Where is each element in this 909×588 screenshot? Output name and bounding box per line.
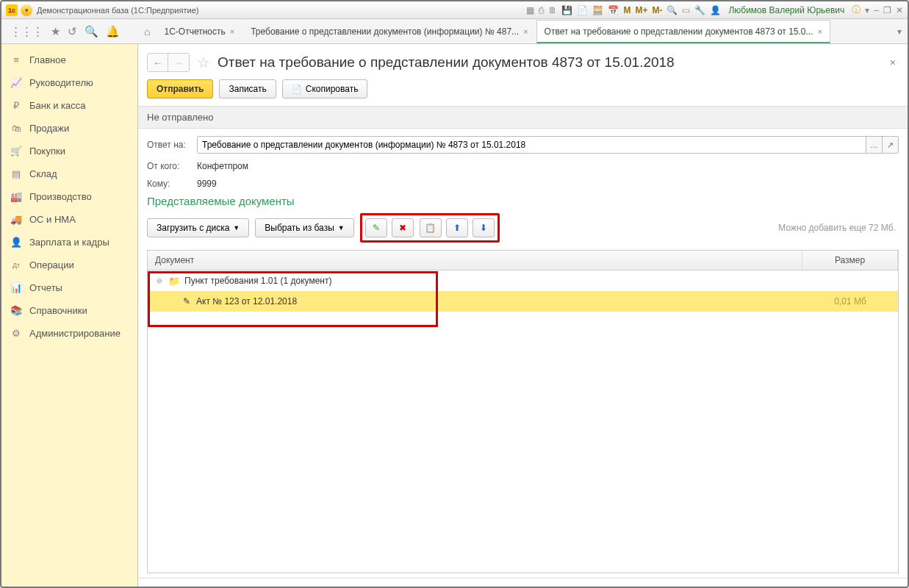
nav-back-forward: ← → [147,53,190,72]
down-arrow-icon: ⬇ [480,223,487,233]
dtkt-icon: Дт [10,262,22,269]
copy-icon: 📄 [292,85,302,94]
select-icon[interactable]: … [866,136,883,154]
move-up-button[interactable]: ⬆ [446,218,468,237]
print-icon[interactable]: ⎙ [539,5,544,15]
answer-label: Ответ на: [147,140,191,150]
table-group-row[interactable]: ⊖ 📁 Пункт требования 1.01 (1 документ) [148,270,898,291]
folder-icon: 📁 [168,276,180,287]
m-button[interactable]: M [623,5,630,15]
sidebar-item-production[interactable]: 🏭Производство [1,185,137,208]
ruble-icon: ₽ [10,100,22,111]
sidebar-item-operations[interactable]: ДтОперации [1,254,137,276]
status-bar: Не отправлено [138,106,908,129]
doc-icon[interactable]: 🗎 [548,5,557,15]
close-icon[interactable]: × [230,27,234,36]
bell-icon[interactable]: 🔔 [106,25,120,38]
search-icon[interactable]: 🔍 [85,25,98,38]
window-title: Демонстрационная база (1С:Предприятие) [37,6,198,15]
sidebar-item-purchases[interactable]: 🛒Покупки [1,140,137,162]
favorite-star-icon[interactable]: ☆ [197,54,210,71]
menu-icon: ≡ [10,54,22,65]
documents-table: Документ Размер ⊖ 📁 Пункт требования 1.0… [147,250,899,573]
to-value: 9999 [197,179,217,189]
pencil-icon: ✎ [373,223,380,233]
main-content: ← → ☆ Ответ на требование о представлени… [138,44,908,587]
th-document[interactable]: Документ [148,251,802,270]
row-edit-icon: ✎ [183,296,190,306]
up-arrow-icon: ⬆ [453,223,461,233]
home-icon[interactable]: ⌂ [138,19,156,43]
zoom-icon[interactable]: 🔍 [667,5,678,15]
print-preview-icon[interactable]: ▦ [526,5,534,15]
table-row[interactable]: ✎ Акт № 123 от 12.01.2018 0,01 Мб [148,291,898,312]
highlighted-toolbar-group: ✎ ✖ 📋 ⬆ ⬇ [360,213,500,243]
save-disk-icon[interactable]: 💾 [561,5,572,15]
tab-reporting[interactable]: 1С-Отчетность× [156,20,242,43]
info-icon[interactable]: ⓘ [852,4,861,16]
bars-icon: 📊 [10,282,22,293]
apps-icon[interactable]: ⋮⋮⋮ [10,25,43,38]
save-button[interactable]: Записать [219,79,276,98]
load-from-disk-button[interactable]: Загрузить с диска ▼ [147,218,249,237]
tab-answer[interactable]: Ответ на требование о представлении доку… [536,20,830,43]
truck-icon: 🚚 [10,214,22,225]
stack-icon: ▤ [10,168,22,179]
user-name[interactable]: Любимов Валерий Юрьевич [728,5,844,15]
more-tabs-icon[interactable]: ▾ [891,19,908,43]
row-size: 0,01 Мб [802,296,898,306]
close-window-icon[interactable]: ✕ [896,5,903,15]
collapse-icon[interactable]: ⊖ [157,277,164,284]
m-minus-button[interactable]: M- [652,5,662,15]
page-title: Ответ на требование о представлении доку… [218,54,675,71]
sidebar-item-catalogs[interactable]: 📚Справочники [1,299,137,322]
person-icon: 👤 [10,237,22,248]
copy-row-icon: 📋 [425,223,436,233]
from-label: От кого: [147,161,191,171]
page-icon[interactable]: 📄 [577,5,588,15]
window-titlebar: 1c ▾ Демонстрационная база (1С:Предприят… [1,1,908,19]
close-icon[interactable]: × [523,27,528,36]
sidebar-item-assets[interactable]: 🚚ОС и НМА [1,208,137,231]
choose-from-base-button[interactable]: Выбрать из базы ▼ [255,218,353,237]
close-page-icon[interactable]: × [890,57,896,68]
sidebar-item-bank[interactable]: ₽Банк и касса [1,94,137,117]
sidebar-item-manager[interactable]: 📈Руководителю [1,71,137,94]
app-logo-icon: 1c [6,4,18,16]
minimize-icon[interactable]: – [874,5,879,15]
copy-row-button[interactable]: 📋 [420,218,442,237]
edit-button[interactable]: ✎ [365,218,387,237]
sidebar-item-admin[interactable]: ⚙Администрирование [1,322,137,345]
sidebar-item-payroll[interactable]: 👤Зарплата и кадры [1,231,137,254]
close-icon[interactable]: × [818,27,822,36]
history-icon[interactable]: ↺ [68,25,77,38]
section-title: Представляемые документы [138,192,908,210]
tool-icon[interactable]: 🔧 [694,5,705,15]
dropdown-icon[interactable]: ▾ [21,4,32,16]
copy-button[interactable]: 📄Скопировать [282,79,368,98]
sidebar: ≡Главное 📈Руководителю ₽Банк и касса 🛍Пр… [1,44,138,587]
sidebar-item-main[interactable]: ≡Главное [1,49,137,71]
m-plus-button[interactable]: M+ [635,5,647,15]
delete-button[interactable]: ✖ [392,218,414,237]
info-dropdown-icon[interactable]: ▾ [865,5,869,15]
sidebar-item-sales[interactable]: 🛍Продажи [1,117,137,140]
move-down-button[interactable]: ⬇ [473,218,495,237]
sidebar-item-warehouse[interactable]: ▤Склад [1,162,137,185]
answer-input[interactable] [197,136,866,154]
calc-icon[interactable]: 🧮 [592,5,603,15]
from-value: Конфетпром [197,161,248,171]
books-icon: 📚 [10,305,22,316]
sidebar-item-reports[interactable]: 📊Отчеты [1,276,137,299]
calendar-icon[interactable]: 📅 [608,5,619,15]
forward-button[interactable]: → [168,54,189,71]
send-button[interactable]: Отправить [147,79,213,98]
star-icon[interactable]: ★ [51,25,60,38]
back-button[interactable]: ← [148,54,168,71]
open-icon[interactable]: ↗ [883,136,899,154]
layout-icon[interactable]: ▭ [682,5,690,15]
restore-icon[interactable]: ❐ [883,5,891,15]
row-label: Акт № 123 от 12.01.2018 [196,296,297,306]
tab-requirement[interactable]: Требование о представлении документов (и… [242,20,536,43]
th-size[interactable]: Размер [802,251,898,270]
